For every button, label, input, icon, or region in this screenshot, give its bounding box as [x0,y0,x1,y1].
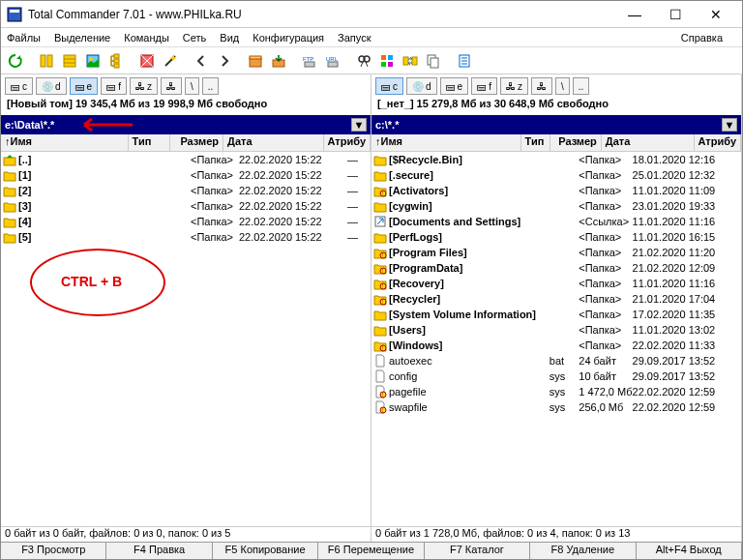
drive-c[interactable]: 🖴 c [375,77,403,95]
view-tree-icon[interactable] [105,50,127,72]
pack-icon[interactable] [245,50,266,72]
drive-net[interactable]: 🖧 [161,77,182,95]
drive-root[interactable]: \ [185,77,199,95]
menu-help[interactable]: Справка [681,32,723,44]
list-item[interactable]: [1]<Папка>22.02.2020 15:22— [1,167,371,183]
right-drivebar: 🖴 c 💿 d 🖴 e 🖴 f 🖧 z 🖧 \ .. [372,74,741,98]
file-attr: — [347,169,371,181]
f8-delete[interactable]: F8 Удаление [530,543,636,559]
list-item[interactable]: ![Activators]<Папка>11.01.2020 11:09— [372,183,741,198]
drive-z[interactable]: 🖧 z [500,77,528,95]
list-item[interactable]: [System Volume Information]<Папка>17.02.… [372,307,741,322]
right-pathbar[interactable]: c:\*.* ▼ [372,115,741,134]
file-date: 22.02.2020 11:33 [633,339,741,351]
list-item[interactable]: [2]<Папка>22.02.2020 15:22— [1,183,371,198]
menu-config[interactable]: Конфигурация [253,32,324,44]
list-item[interactable]: ![Recovery]<Папка>11.01.2020 11:16-hs [372,276,741,291]
menu-commands[interactable]: Команды [124,32,169,44]
list-item[interactable]: [5]<Папка>22.02.2020 15:22— [1,229,371,245]
drive-e[interactable]: 🖴 e [70,77,99,95]
list-item[interactable]: [Documents and Settings]<Ссылка>11.01.20… [372,214,741,229]
refresh-icon[interactable] [5,50,26,72]
list-item[interactable]: [Users]<Папка>11.01.2020 13:02— [372,322,741,338]
file-name: [Users] [389,324,550,336]
right-list-header[interactable]: ↑Имя Тип Размер Дата Атрибу [372,134,741,152]
f4-edit[interactable]: F4 Правка [106,543,212,559]
url-icon[interactable]: URL [322,50,343,72]
file-date: 22.02.2020 15:22 [239,200,347,212]
svg-text:!: ! [382,268,383,274]
left-path-dropdown[interactable]: ▼ [351,118,367,132]
list-item[interactable]: ![Program Files]<Папка>21.02.2020 11:20— [372,245,741,260]
list-item[interactable]: !swapfilesys256,0 Мб22.02.2020 12:59-ahs [372,399,741,415]
drive-e[interactable]: 🖴 e [440,77,469,95]
drive-c[interactable]: 🖴 c [5,77,33,95]
list-item[interactable]: ![ProgramData]<Папка>21.02.2020 12:09-h- [372,260,741,276]
drive-d[interactable]: 💿 d [36,77,67,95]
file-size: <Папка> [579,293,632,305]
wand-icon[interactable] [160,50,181,72]
ftp-icon[interactable]: FTP [299,50,320,72]
right-path-dropdown[interactable]: ▼ [722,118,737,132]
list-item[interactable]: configsys10 байт29.09.2017 13:52-a-- [372,368,741,384]
copy-names-icon[interactable] [423,50,444,72]
right-filelist[interactable]: [$Recycle.Bin]<Папка>18.01.2020 12:16-hs… [372,152,741,526]
list-item[interactable]: [.secure]<Папка>25.01.2020 12:32-hs [372,167,741,183]
list-item[interactable]: [cygwin]<Папка>23.01.2020 19:33— [372,198,741,214]
left-pathbar[interactable]: e:\Data\*.* ▼ [1,115,371,134]
f6-move[interactable]: F6 Перемещение [318,543,424,559]
drive-net[interactable]: 🖧 [531,77,552,95]
link-icon [373,215,387,228]
drive-up[interactable]: .. [202,77,220,95]
hdr-name: ↑Имя [372,134,521,151]
list-item[interactable]: autoexecbat24 байт29.09.2017 13:52-a-- [372,353,741,368]
menu-files[interactable]: Файлы [7,32,41,44]
forward-icon[interactable] [214,50,235,72]
close-button[interactable]: ✕ [696,3,736,26]
f3-view[interactable]: F3 Просмотр [1,543,106,559]
minimize-button[interactable]: — [614,3,655,26]
menu-view[interactable]: Вид [220,32,239,44]
view-thumbs-icon[interactable] [82,50,104,72]
file-date: 22.02.2020 12:59 [633,401,741,413]
list-item[interactable]: ![Windows]<Папка>22.02.2020 11:33— [372,338,741,353]
menu-start[interactable]: Запуск [338,32,371,44]
list-item[interactable]: [$Recycle.Bin]<Папка>18.01.2020 12:16-hs [372,152,741,167]
file-name: [System Volume Information] [389,309,550,320]
drive-root[interactable]: \ [555,77,570,95]
left-filelist[interactable]: [..]<Папка>22.02.2020 15:22—[1]<Папка>22… [1,152,371,526]
folder-warn-icon: ! [373,292,387,306]
drive-d[interactable]: 💿 d [406,77,437,95]
menu-selection[interactable]: Выделение [54,32,110,44]
view-full-icon[interactable] [59,50,80,72]
f5-copy[interactable]: F5 Копирование [213,543,318,559]
list-item[interactable]: ![Recycler]<Папка>21.01.2020 17:04-hs [372,291,741,307]
svg-rect-29 [431,58,438,68]
drive-f[interactable]: 🖴 f [101,77,127,95]
list-item[interactable]: !pagefilesys1 472,0 Мб22.02.2020 12:59-a… [372,384,741,399]
unpack-icon[interactable] [268,50,289,72]
list-item[interactable]: [4]<Папка>22.02.2020 15:22— [1,214,371,229]
sync-icon[interactable] [400,50,421,72]
multi-rename-icon[interactable] [376,50,398,72]
drive-up[interactable]: .. [573,77,590,95]
list-item[interactable]: [PerfLogs]<Папка>11.01.2020 16:15— [372,229,741,245]
invert-sel-icon[interactable] [136,50,158,72]
menu-net[interactable]: Сеть [183,32,206,44]
f7-mkdir[interactable]: F7 Каталог [425,543,530,559]
left-list-header[interactable]: ↑Имя Тип Размер Дата Атрибу [1,134,371,152]
drive-f[interactable]: 🖴 f [471,77,497,95]
list-item[interactable]: [3]<Папка>22.02.2020 15:22— [1,198,371,214]
svg-text:!: ! [382,407,383,413]
maximize-button[interactable]: ☐ [655,3,696,26]
search-icon[interactable] [353,50,374,72]
view-brief-icon[interactable] [36,50,57,72]
altf4-exit[interactable]: Alt+F4 Выход [637,543,742,559]
notepad-icon[interactable] [454,50,475,72]
left-drivebar: 🖴 c 💿 d 🖴 e 🖴 f 🖧 z 🖧 \ .. [1,74,371,98]
back-icon[interactable] [191,50,212,72]
drive-z[interactable]: 🖧 z [130,77,158,95]
file-date: 11.01.2020 11:16 [633,278,741,289]
svg-rect-34 [4,158,15,165]
list-item[interactable]: [..]<Папка>22.02.2020 15:22— [1,152,371,167]
